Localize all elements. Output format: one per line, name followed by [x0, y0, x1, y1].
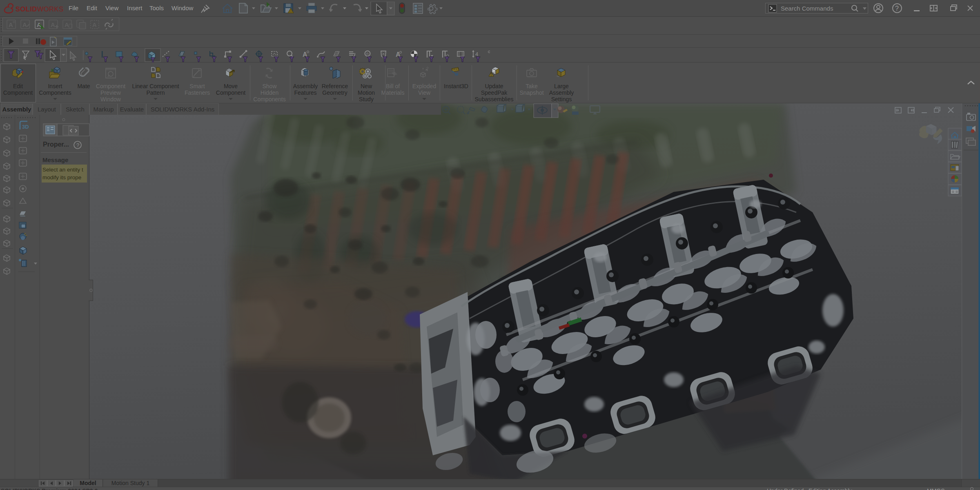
svg-text:A: A	[9, 21, 13, 28]
svg-text:SOLIDWORKS: SOLIDWORKS	[16, 5, 64, 13]
svg-text:n: n	[366, 51, 369, 56]
svg-text:!: !	[490, 72, 492, 77]
svg-text:Search Commands: Search Commands	[781, 5, 833, 12]
svg-text:A: A	[51, 21, 55, 28]
svg-text:?: ?	[895, 5, 899, 12]
svg-text:A: A	[92, 21, 97, 28]
svg-text:?: ?	[76, 142, 79, 148]
svg-text:A: A	[22, 21, 27, 28]
svg-text:4: 4	[475, 51, 478, 57]
svg-text:A: A	[37, 21, 41, 28]
svg-text:3D: 3D	[22, 124, 29, 130]
svg-text:A: A	[65, 21, 69, 28]
